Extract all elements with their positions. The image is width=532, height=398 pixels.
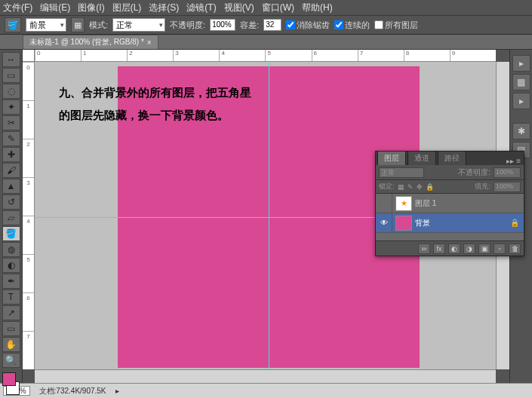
shape-tool[interactable]: ▭ (2, 321, 20, 336)
layer-row[interactable]: 👁 背景 🔒 (376, 213, 524, 233)
trash-icon[interactable]: 🗑 (509, 243, 521, 254)
menu-select[interactable]: 选择(S) (149, 2, 179, 14)
bucket-tool[interactable]: 🪣 (2, 226, 20, 241)
pen-tool[interactable]: ✒ (2, 274, 20, 289)
alllayers-checkbox[interactable]: 所有图层 (374, 20, 418, 31)
tab-layers[interactable]: 图层 (377, 151, 406, 165)
layers-panel: 图层 通道 路径 ▸▸ ≡ 正常 不透明度: 100% 锁定: ▦ ✎ ✥ 🔒 … (375, 151, 524, 256)
actions-panel-icon[interactable]: ▸ (512, 93, 530, 109)
lock-icon: 🔒 (510, 219, 519, 227)
layer-opacity-label: 不透明度: (458, 167, 490, 178)
color-swatches[interactable] (2, 372, 20, 395)
status-bar: 100% 文档:732.4K/907.5K ▸ (0, 383, 532, 398)
mode-dropdown[interactable]: 正常 (112, 18, 165, 32)
ruler-vertical[interactable]: 01234567 (23, 62, 35, 369)
options-bar: 🪣 前景 ▦ 模式: 正常 不透明度: 100% 容差: 32 消除锯齿 连续的… (0, 15, 532, 35)
layer-name[interactable]: 背景 (415, 218, 430, 228)
docsize-label: 文档:732.4K/907.5K (39, 386, 106, 396)
layer-name[interactable]: 图层 1 (415, 198, 436, 209)
guide-vertical[interactable] (269, 62, 269, 369)
ruler-horizontal[interactable]: 0123456789 (35, 50, 496, 62)
panel-menu-icon[interactable]: ▸▸ ≡ (503, 157, 524, 165)
status-menu-icon[interactable]: ▸ (115, 387, 119, 395)
scrollbar-horizontal[interactable] (35, 369, 496, 383)
layer-thumb-star[interactable]: ★ (395, 196, 412, 211)
blur-tool[interactable]: ◍ (2, 242, 20, 257)
crop-tool[interactable]: ✂ (2, 115, 20, 130)
lock-all-icon[interactable]: 🔒 (426, 183, 434, 191)
new-layer-icon[interactable]: ▫ (494, 243, 506, 254)
visibility-toggle[interactable]: 👁 (376, 213, 392, 232)
document-tab-label: 未标题-1 @ 100% (背景, RGB/8) * (29, 37, 144, 47)
tab-paths[interactable]: 路径 (438, 151, 466, 165)
type-tool[interactable]: T (2, 289, 20, 305)
tab-channels[interactable]: 通道 (407, 151, 436, 165)
antialias-checkbox[interactable]: 消除锯齿 (286, 20, 330, 31)
menu-edit[interactable]: 编辑(E) (40, 2, 70, 14)
move-tool[interactable]: ↔ (2, 52, 20, 67)
menu-bar: 文件(F) 编辑(E) 图像(I) 图层(L) 选择(S) 滤镜(T) 视图(V… (0, 0, 532, 15)
tool-preset-icon[interactable]: 🪣 (5, 17, 21, 32)
lock-pixels-icon[interactable]: ▦ (398, 183, 404, 191)
ruler-origin[interactable] (23, 50, 35, 62)
mask-icon[interactable]: ◐ (448, 243, 460, 254)
eyedropper-tool[interactable]: ✎ (2, 131, 20, 146)
fill-label: 填充: (475, 182, 490, 191)
navigator-panel-icon[interactable]: ✱ (512, 123, 530, 139)
lasso-tool[interactable]: ◌ (2, 84, 20, 99)
close-icon[interactable]: × (147, 38, 152, 47)
contiguous-checkbox[interactable]: 连续的 (334, 20, 370, 31)
hand-tool[interactable]: ✋ (2, 337, 20, 352)
pattern-picker[interactable]: ▦ (71, 17, 85, 32)
lock-label: 锁定: (379, 182, 395, 191)
menu-layer[interactable]: 图层(L) (112, 2, 142, 14)
marquee-tool[interactable]: ▭ (2, 68, 20, 83)
fill-source-dropdown[interactable]: 前景 (26, 18, 66, 32)
menu-window[interactable]: 窗口(W) (262, 2, 294, 14)
opacity-field[interactable]: 100% (210, 19, 235, 31)
stamp-tool[interactable]: ▲ (2, 179, 20, 194)
zoom-tool[interactable]: 🔍 (2, 353, 20, 368)
toolbox: ↔ ▭ ◌ ✦ ✂ ✎ ✚ 🖌 ▲ ↺ ▱ 🪣 ◍ ◐ ✒ T ↗ ▭ ✋ 🔍 (0, 50, 23, 383)
annotation-text: 九、合并背景外的所有图层，把五角星 的图层先隐藏，换一下背景颜色。 (59, 81, 251, 127)
layers-footer: ∞ fx ◐ ◑ ▣ ▫ 🗑 (376, 240, 524, 256)
menu-file[interactable]: 文件(F) (3, 2, 32, 14)
link-layers-icon[interactable]: ∞ (418, 243, 430, 254)
layers-list: ★ 图层 1 👁 背景 🔒 (376, 194, 524, 240)
tolerance-field[interactable]: 32 (263, 19, 281, 31)
wand-tool[interactable]: ✦ (2, 100, 20, 115)
path-tool[interactable]: ↗ (2, 305, 20, 320)
fx-icon[interactable]: fx (433, 243, 445, 254)
group-icon[interactable]: ▣ (478, 243, 490, 254)
menu-image[interactable]: 图像(I) (78, 2, 104, 14)
layer-thumb-bg[interactable] (395, 216, 412, 231)
document-tabstrip: 未标题-1 @ 100% (背景, RGB/8) * × (0, 35, 532, 50)
opacity-label: 不透明度: (170, 20, 205, 31)
lock-move-icon[interactable]: ✥ (417, 183, 423, 191)
menu-help[interactable]: 帮助(H) (302, 2, 333, 14)
brush-tool[interactable]: 🖌 (2, 163, 20, 178)
lock-brush-icon[interactable]: ✎ (407, 183, 414, 191)
fg-color-swatch[interactable] (2, 372, 16, 386)
layer-row[interactable]: ★ 图层 1 (376, 194, 524, 213)
blend-mode-dropdown[interactable]: 正常 (379, 167, 424, 178)
menu-filter[interactable]: 滤镜(T) (186, 2, 216, 14)
history-brush-tool[interactable]: ↺ (2, 194, 20, 210)
adjustment-icon[interactable]: ◑ (463, 243, 475, 254)
document-tab[interactable]: 未标题-1 @ 100% (背景, RGB/8) * × (23, 35, 158, 49)
tolerance-label: 容差: (240, 20, 259, 31)
history-panel-icon[interactable]: ▦ (512, 74, 530, 90)
expand-dock-icon[interactable]: ▸ (512, 55, 530, 72)
mode-label: 模式: (89, 20, 108, 31)
heal-tool[interactable]: ✚ (2, 147, 20, 162)
eraser-tool[interactable]: ▱ (2, 210, 20, 225)
layer-opacity-field[interactable]: 100% (494, 167, 521, 178)
fill-field[interactable]: 100% (494, 182, 521, 192)
menu-view[interactable]: 视图(V) (224, 2, 254, 14)
visibility-toggle[interactable] (376, 194, 392, 213)
dodge-tool[interactable]: ◐ (2, 258, 20, 273)
